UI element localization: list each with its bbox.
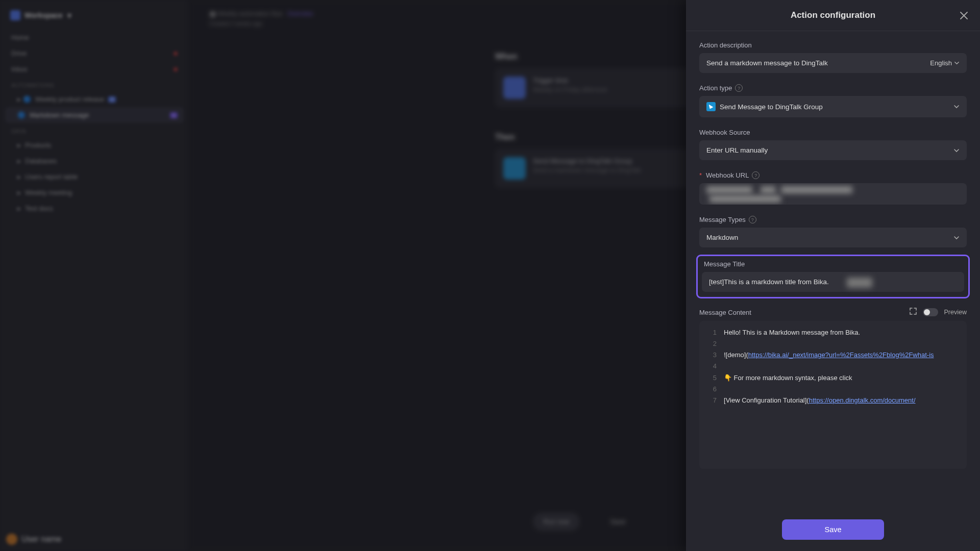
sidebar-item-inbox[interactable]: Inbox	[5, 61, 184, 77]
field-action-description: Action description English	[699, 41, 967, 73]
field-action-type: Action type ? Send Message to DingTalk G…	[699, 84, 967, 117]
sidebar-item-data-2[interactable]: ▸ Users report table	[5, 169, 184, 185]
expand-button[interactable]	[910, 308, 917, 317]
sidebar-user[interactable]: User name	[6, 534, 61, 545]
field-webhook-source: Webhook Source Enter URL manually	[699, 129, 967, 160]
message-content-editor[interactable]: 1Hello! This is a Markdown message from …	[699, 321, 967, 469]
select-action-type[interactable]: Send Message to DingTalk Group	[699, 96, 967, 117]
expand-icon	[910, 308, 917, 315]
sidebar-item-data-4[interactable]: ▸ Test docs	[5, 201, 184, 216]
input-action-description[interactable]: English	[699, 53, 967, 73]
select-webhook-source[interactable]: Enter URL manually	[699, 140, 967, 160]
field-message-types: Message Types ? Markdown	[699, 216, 967, 247]
sidebar-item-automation-1[interactable]: ▸ 🔵 Weekly product release 2	[5, 91, 184, 107]
highlight-message-title: Message Title	[696, 255, 970, 298]
dingtalk-icon	[706, 102, 716, 111]
sidebar-section-data: Data	[5, 123, 184, 137]
preview-toggle[interactable]	[923, 308, 938, 316]
chevron-down-icon: ▾	[67, 11, 71, 20]
action-type-value: Send Message to DingTalk Group	[720, 103, 823, 111]
sidebar-item-data-3[interactable]: ▸ Weekly meeting	[5, 185, 184, 201]
sidebar-item-data-1[interactable]: ▸ Databases	[5, 153, 184, 169]
panel-title: Action configuration	[791, 10, 875, 20]
sidebar-item-home[interactable]: Home	[5, 30, 184, 45]
sidebar: Workspace ▾ Home Drive Inbox Automations…	[0, 0, 189, 551]
sidebar-item-automation-2[interactable]: 🔵 Markdown message 1	[5, 107, 184, 123]
workspace-name: Workspace	[24, 11, 62, 19]
card-title: Trigger time	[533, 77, 608, 84]
save-button[interactable]: Save	[782, 519, 884, 540]
label-webhook-source: Webhook Source	[699, 129, 967, 136]
dingtalk-icon	[503, 157, 526, 180]
chevron-down-icon	[953, 235, 960, 241]
panel-footer: Save	[686, 510, 980, 551]
workspace-switcher[interactable]: Workspace ▾	[5, 7, 184, 23]
save-button-main[interactable]: Save	[600, 513, 636, 531]
card-title: Send Message to DingTalk Group	[533, 157, 641, 165]
chevron-down-icon	[953, 104, 960, 110]
language-select[interactable]: English	[930, 59, 960, 67]
message-types-value: Markdown	[706, 234, 738, 241]
action-config-panel: Action configuration Action description …	[686, 0, 980, 551]
panel-header: Action configuration	[686, 0, 980, 31]
input-message-title[interactable]	[702, 272, 964, 292]
select-message-types[interactable]: Markdown	[699, 228, 967, 247]
panel-body: Action description English Action type ?…	[686, 31, 980, 510]
preview-label: Preview	[944, 309, 967, 316]
sidebar-item-data-0[interactable]: ▸ Products	[5, 137, 184, 153]
close-icon	[960, 12, 968, 19]
avatar	[6, 534, 17, 545]
label-message-title: Message Title	[698, 260, 968, 268]
close-button[interactable]	[958, 9, 970, 21]
chevron-down-icon	[954, 60, 960, 66]
field-webhook-url: *Webhook URL ?	[699, 171, 967, 205]
action-description-input[interactable]	[706, 59, 930, 67]
input-webhook-url[interactable]	[699, 183, 967, 205]
card-subtitle: Send a markdown message to DingTalk	[533, 167, 641, 174]
label-message-types: Message Types ?	[699, 216, 967, 223]
run-button[interactable]: Run now	[533, 513, 580, 531]
label-action-type: Action type ?	[699, 84, 967, 92]
clock-icon	[503, 77, 526, 99]
workspace-logo	[10, 10, 20, 20]
user-name: User name	[21, 535, 61, 544]
label-action-description: Action description	[699, 41, 967, 49]
language-value: English	[930, 59, 952, 67]
help-icon[interactable]: ?	[735, 84, 743, 92]
sidebar-section-automations: Automations	[5, 77, 184, 91]
help-icon[interactable]: ?	[749, 216, 756, 223]
field-message-content: Message Content Preview 1Hello! This is …	[699, 308, 967, 469]
webhook-source-value: Enter URL manually	[706, 146, 768, 154]
chevron-down-icon	[953, 147, 960, 154]
message-title-input[interactable]	[709, 278, 957, 286]
sidebar-item-drive[interactable]: Drive	[5, 45, 184, 61]
label-message-content: Message Content	[699, 309, 751, 316]
help-icon[interactable]: ?	[752, 171, 760, 179]
card-subtitle: Weekly on Friday afternoon	[533, 86, 608, 93]
label-webhook-url: *Webhook URL ?	[699, 171, 967, 179]
